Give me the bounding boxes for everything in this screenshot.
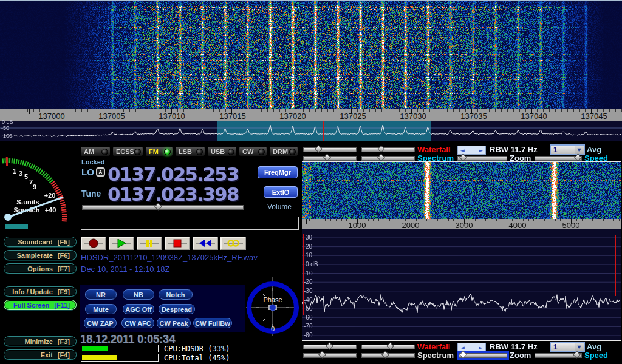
pause-button[interactable] <box>137 237 162 250</box>
main-waterfall-display[interactable] <box>0 0 622 109</box>
record-button[interactable] <box>81 237 106 250</box>
cpu-hdsdr-label: CPU:HDSDR (33%) <box>164 345 230 353</box>
volume-label: Volume <box>267 203 292 211</box>
main-spectrum-display[interactable] <box>0 121 622 141</box>
audio-spectrum-display[interactable] <box>302 229 621 340</box>
frequency-label: 137020 <box>279 112 306 121</box>
slider-thumb[interactable] <box>459 351 467 359</box>
minimize-button[interactable]: Minimize[F3] <box>4 336 77 346</box>
cw-fullbw-button[interactable]: CW FullBw <box>193 318 232 328</box>
pan-control-2[interactable]: ◄► <box>457 343 486 352</box>
waterfall-upper-slider-2[interactable] <box>303 345 357 349</box>
cw-peak-button[interactable]: CW Peak <box>157 318 191 328</box>
record-icon <box>89 238 98 248</box>
mute-button[interactable]: Mute <box>85 304 117 314</box>
soundcard-button[interactable]: Soundcard[F5] <box>4 237 77 247</box>
zoom-slider[interactable] <box>457 156 507 161</box>
divider-line <box>298 217 299 230</box>
waterfall-lower-slider-2[interactable] <box>361 345 415 349</box>
pan-control[interactable]: ◄► <box>457 146 486 155</box>
db-label: -60 <box>304 314 312 321</box>
cw-zap-button[interactable]: CW ZAP <box>84 318 117 328</box>
exit-button[interactable]: Exit[F4] <box>4 349 77 360</box>
button-hotkey: [F11] <box>54 302 70 309</box>
avg-dropdown-2[interactable]: 1▼ <box>550 342 585 352</box>
slider-thumb[interactable] <box>315 145 323 153</box>
rewind-button[interactable] <box>193 237 218 250</box>
main-frequency-scale[interactable]: 137000 137005 137010 137015 137020 13702… <box>0 109 622 121</box>
waterfall-upper-slider[interactable] <box>303 147 357 152</box>
slider-thumb[interactable] <box>459 153 467 161</box>
speed-slider-2[interactable] <box>535 353 582 358</box>
pan-right-icon[interactable]: ► <box>479 147 483 153</box>
samplerate-button[interactable]: Samplerate[F6] <box>4 250 77 260</box>
slider-thumb[interactable] <box>377 145 385 153</box>
db-label: -80 <box>304 332 312 339</box>
avg-label: Avg <box>587 145 601 154</box>
pan-left-icon[interactable]: ◄ <box>460 345 465 351</box>
slider-thumb[interactable] <box>386 342 394 350</box>
mode-button-fm[interactable]: FM <box>145 147 173 157</box>
notch-button[interactable]: Notch <box>159 289 193 300</box>
play-button[interactable] <box>109 237 134 250</box>
mode-button-lsb[interactable]: LSB <box>175 147 205 157</box>
button-hotkey: [F6] <box>58 252 70 259</box>
rbw-label-2: RBW 11.7 Hz <box>490 342 538 351</box>
freqmgr-button[interactable]: FreqMgr <box>258 166 298 178</box>
cw-afc-button[interactable]: CW AFC <box>121 318 154 328</box>
frequency-label: 137000 <box>38 112 64 121</box>
slider-thumb[interactable] <box>381 351 389 359</box>
mode-button-am[interactable]: AM <box>80 147 111 157</box>
db-label: -100 <box>1 133 12 139</box>
spectrum-lower-slider-2[interactable] <box>361 353 415 358</box>
zoom-slider-2[interactable] <box>459 353 507 358</box>
mode-button-ecss[interactable]: ECSS <box>112 147 143 157</box>
pan-left-icon[interactable]: ◄ <box>460 147 465 153</box>
spectrum-lower-slider[interactable] <box>361 156 415 161</box>
spectrum-upper-slider-2[interactable] <box>303 353 357 358</box>
chevron-down-icon[interactable]: ▼ <box>575 343 584 351</box>
frequency-label: 137035 <box>460 112 487 121</box>
volume-slider[interactable] <box>82 205 244 210</box>
despread-button[interactable]: Despread <box>159 304 195 314</box>
speed-slider[interactable] <box>535 156 582 161</box>
extio-button[interactable]: ExtIO <box>264 186 298 198</box>
loop-icon <box>227 239 240 248</box>
mode-button-drm[interactable]: DRM <box>269 147 298 157</box>
phase-center-dot <box>270 305 276 311</box>
pan-right-icon[interactable]: ► <box>479 345 483 351</box>
nr-button[interactable]: NR <box>85 289 117 300</box>
stop-button[interactable] <box>165 237 190 250</box>
loop-button[interactable] <box>220 237 246 250</box>
button-hotkey: [F7] <box>58 265 70 272</box>
db-label: 0 dB <box>306 261 318 268</box>
db-label: -40 <box>304 297 312 303</box>
slider-thumb[interactable] <box>326 342 333 350</box>
mode-label: DRM <box>273 148 288 155</box>
audio-waterfall-display[interactable] <box>302 162 621 219</box>
audio-frequency-scale[interactable]: 1000 2000 3000 4000 5000 <box>302 219 621 229</box>
chevron-down-icon[interactable]: ▼ <box>575 146 584 154</box>
squelch-level-bar[interactable] <box>5 224 28 229</box>
slider-thumb[interactable] <box>377 153 385 161</box>
db-label: 0 dB <box>2 119 13 125</box>
waterfall-lower-slider[interactable] <box>361 147 415 152</box>
lo-auto-badge[interactable]: A <box>96 167 105 177</box>
tune-frequency-value[interactable]: 0137.023.398 <box>108 183 238 205</box>
options-button[interactable]: Options[F7] <box>4 263 77 274</box>
avg-dropdown[interactable]: 1▼ <box>550 144 585 155</box>
slider-thumb[interactable] <box>323 153 331 161</box>
slider-thumb[interactable] <box>318 351 326 359</box>
mode-button-cw[interactable]: CW <box>239 147 267 157</box>
locked-label: Locked <box>81 158 105 166</box>
lo-frequency-value[interactable]: 0137.025.253 <box>108 163 238 185</box>
db-label: 20 <box>306 243 312 250</box>
frequency-label: 137010 <box>159 112 185 121</box>
mode-button-usb[interactable]: USB <box>207 147 237 157</box>
info-update-button[interactable]: Info / Update[F9] <box>4 286 77 297</box>
nb-button[interactable]: NB <box>123 289 154 300</box>
spectrum-upper-slider[interactable] <box>303 156 357 161</box>
fullscreen-button[interactable]: Full Screen[F11] <box>4 300 77 310</box>
agc-off-button[interactable]: AGC Off <box>123 304 154 314</box>
button-label: Samplerate <box>17 252 53 259</box>
